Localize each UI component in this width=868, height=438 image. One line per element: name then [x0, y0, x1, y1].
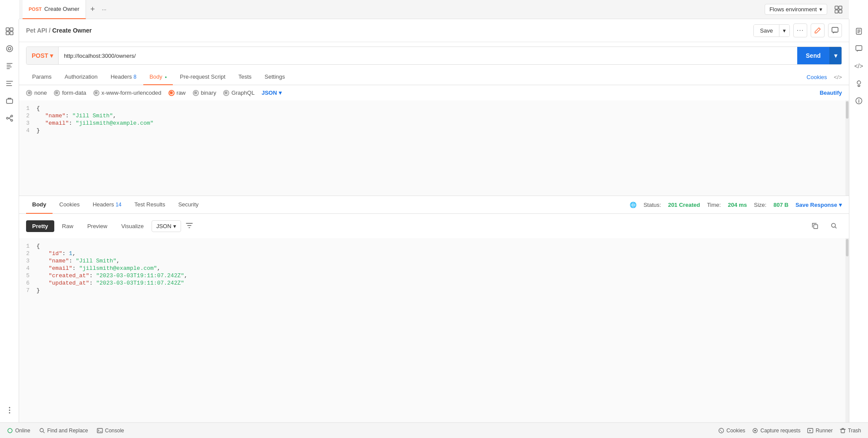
resp-tab-test-results[interactable]: Test Results	[129, 196, 172, 214]
sidebar-more-icon[interactable]	[2, 402, 17, 418]
sidebar-flows-icon[interactable]	[2, 110, 17, 126]
env-selector[interactable]: Flows environment ▾	[765, 4, 827, 15]
resp-filter-icon[interactable]	[183, 219, 196, 233]
resp-sub-tab-raw[interactable]: Raw	[56, 220, 79, 232]
tab-pre-request[interactable]: Pre-request Script	[174, 69, 231, 85]
code-line-1: 1 {	[19, 105, 849, 112]
sidebar-history-icon[interactable]	[2, 58, 17, 74]
sidebar-mock-icon[interactable]	[2, 93, 17, 109]
resp-code-line-6: 6 "updated_at": "2023-03-03T19:11:07.242…	[19, 279, 849, 287]
resp-code-line-2: 2 "id": 1,	[19, 250, 849, 257]
radio-raw[interactable]: raw	[168, 90, 186, 96]
json-chevron-icon: ▾	[279, 90, 282, 96]
sidebar-env-icon[interactable]	[2, 76, 17, 91]
resp-code-line-3: 3 "name": "Jill Smith",	[19, 257, 849, 265]
radio-binary[interactable]: binary	[193, 90, 216, 96]
svg-rect-26	[97, 428, 102, 433]
env-label: Flows environment	[769, 6, 817, 13]
send-button-label[interactable]: Send	[797, 47, 829, 64]
save-response-button[interactable]: Save Response ▾	[795, 202, 842, 208]
add-tab-button[interactable]: +	[86, 5, 99, 14]
resp-sub-tab-pretty[interactable]: Pretty	[26, 220, 54, 232]
tab-body[interactable]: Body ●	[143, 69, 173, 85]
online-label: Online	[15, 428, 30, 434]
right-sidebar: </>	[849, 19, 868, 422]
resp-sub-tab-preview[interactable]: Preview	[81, 220, 113, 232]
tab-bar: POST Create Owner + ··· Flows environmen…	[19, 0, 849, 19]
radio-urlencoded[interactable]: x-www-form-urlencoded	[93, 90, 162, 96]
resp-json-selector[interactable]: JSON ▾	[152, 220, 181, 232]
beautify-button[interactable]: Beautify	[820, 90, 842, 96]
resp-tab-security[interactable]: Security	[172, 196, 205, 214]
save-button-dropdown[interactable]: ▾	[779, 25, 789, 36]
tab-tests[interactable]: Tests	[232, 69, 257, 85]
body-options-right: Beautify	[820, 90, 842, 96]
search-response-icon[interactable]	[826, 218, 842, 234]
url-bar: POST ▾ Send ▾	[26, 46, 842, 65]
svg-point-29	[721, 431, 722, 432]
radio-graphql[interactable]: GraphQL	[223, 90, 254, 96]
console-button[interactable]: Console	[97, 428, 124, 434]
radio-none[interactable]: none	[26, 90, 47, 96]
radio-urlencoded-dot	[93, 90, 99, 96]
resp-sub-tab-visualize[interactable]: Visualize	[115, 220, 150, 232]
resp-tab-body[interactable]: Body	[26, 196, 53, 214]
request-tab[interactable]: POST Create Owner	[23, 0, 86, 19]
online-status[interactable]: Online	[7, 428, 30, 434]
svg-rect-6	[7, 99, 13, 103]
workspaces-icon[interactable]	[832, 3, 845, 17]
response-code-editor[interactable]: 1 { 2 "id": 1, 3 "name": "Jill Smith", 4…	[19, 238, 849, 422]
req-tabs-right: Cookies </>	[807, 74, 842, 80]
resp-json-chevron-icon: ▾	[173, 223, 176, 229]
radio-form-data[interactable]: form-data	[54, 90, 86, 96]
rsb-info-icon[interactable]	[851, 93, 867, 109]
copy-response-icon[interactable]	[807, 218, 823, 234]
capture-requests-button[interactable]: Capture requests	[752, 428, 800, 434]
comment-icon[interactable]	[828, 23, 842, 37]
trash-button[interactable]: Trash	[840, 428, 861, 434]
resp-code-line-4: 4 "email": "jillsmith@example.com",	[19, 265, 849, 272]
rsb-comment-icon[interactable]	[851, 41, 867, 56]
response-tabs-bar: Body Cookies Headers 14 Test Results Sec…	[19, 196, 849, 214]
svg-point-24	[8, 428, 12, 433]
breadcrumb: Pet API / Create Owner	[26, 27, 92, 34]
sidebar-home-icon[interactable]	[2, 23, 17, 39]
find-replace-button[interactable]: Find and Replace	[39, 428, 88, 434]
tab-settings[interactable]: Settings	[258, 69, 291, 85]
save-button[interactable]: Save ▾	[753, 24, 790, 37]
tab-more-button[interactable]: ···	[99, 6, 109, 13]
save-button-main[interactable]: Save	[754, 25, 779, 36]
more-options-button[interactable]: ···	[793, 23, 807, 37]
response-tabs-right: 🌐 Status: 201 Created Time: 204 ms Size:…	[630, 202, 842, 208]
runner-button[interactable]: Runner	[807, 428, 832, 434]
json-selector[interactable]: JSON ▾	[261, 90, 281, 96]
breadcrumb-parent: Pet API	[26, 27, 47, 34]
tab-authorization[interactable]: Authorization	[59, 69, 104, 85]
cookies-link[interactable]: Cookies	[807, 74, 827, 80]
url-input[interactable]	[59, 47, 797, 64]
svg-point-28	[720, 430, 721, 431]
svg-rect-13	[835, 6, 838, 9]
send-button[interactable]: Send ▾	[797, 47, 842, 64]
editor-scrollbar	[845, 100, 849, 196]
method-select[interactable]: POST ▾	[26, 47, 59, 64]
svg-point-9	[11, 119, 13, 121]
rsb-lightbulb-icon[interactable]	[851, 76, 867, 91]
edit-icon[interactable]	[811, 23, 825, 37]
svg-point-5	[8, 47, 11, 50]
rsb-document-icon[interactable]	[851, 23, 867, 39]
tab-headers[interactable]: Headers 8	[105, 69, 142, 85]
status-size: 807 B	[773, 202, 789, 208]
svg-point-8	[11, 115, 13, 117]
svg-rect-14	[839, 6, 842, 9]
request-code-editor[interactable]: 1 { 2 "name": "Jill Smith", 3 "email": "…	[19, 100, 849, 196]
resp-tab-headers[interactable]: Headers 14	[86, 196, 127, 214]
sidebar-collection-icon[interactable]	[2, 41, 17, 56]
cookies-button[interactable]: Cookies	[718, 428, 745, 434]
tab-params[interactable]: Params	[26, 69, 58, 85]
send-button-dropdown[interactable]: ▾	[829, 47, 842, 64]
rsb-code-icon[interactable]: </>	[851, 58, 867, 74]
capture-requests-label: Capture requests	[760, 428, 800, 434]
code-snippet-icon[interactable]: </>	[834, 74, 842, 80]
resp-tab-cookies[interactable]: Cookies	[53, 196, 86, 214]
